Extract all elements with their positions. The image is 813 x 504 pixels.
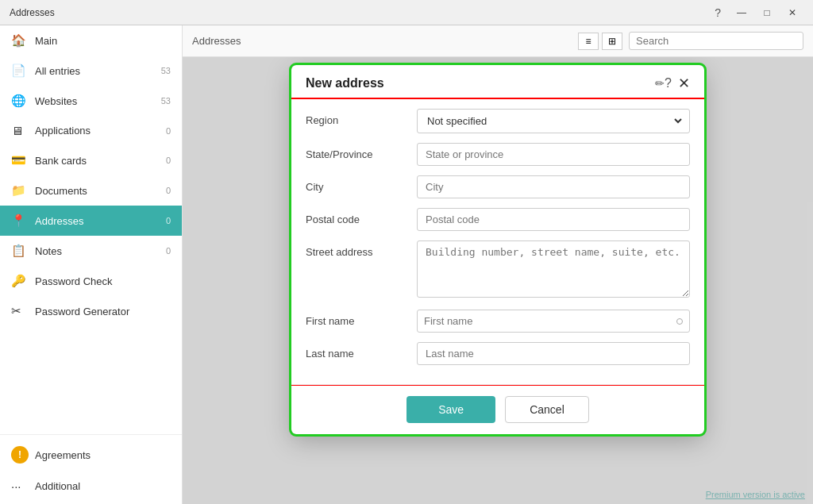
form-row-street: Street address: [306, 240, 690, 300]
grid-view-button[interactable]: ⊞: [602, 33, 622, 50]
field-region: Not specified: [417, 109, 690, 133]
form-row-state: State/Province: [306, 143, 690, 166]
maximize-button[interactable]: □: [756, 5, 778, 21]
sidebar-label-main: Main: [35, 35, 171, 47]
minimize-button[interactable]: —: [730, 5, 753, 21]
form-row-postal: Postal code: [306, 208, 690, 231]
sidebar-count-websites: 53: [155, 96, 171, 106]
postal-input[interactable]: [417, 208, 690, 231]
field-state: [417, 143, 690, 166]
sidebar-label-notes: Notes: [35, 245, 155, 257]
firstname-input[interactable]: [424, 310, 672, 332]
dialog-footer: Save Cancel: [291, 384, 704, 434]
field-postal: [417, 208, 690, 231]
label-postal: Postal code: [306, 208, 417, 225]
sidebar-item-all-entries[interactable]: 📄 All entries 53: [0, 56, 182, 86]
content-area: et rs. New address ✏ ? ✕: [183, 57, 813, 504]
dialog-header-actions: ? ✕: [665, 76, 690, 90]
sidebar-item-documents[interactable]: 📁 Documents 0: [0, 175, 182, 206]
form-row-firstname: First name: [306, 310, 690, 333]
sidebar-label-websites: Websites: [35, 95, 155, 107]
sidebar-item-agreements[interactable]: ! Agreements: [0, 438, 182, 471]
top-bar-title: Addresses: [192, 35, 241, 47]
sidebar-count-bank-cards: 0: [155, 156, 171, 165]
view-icons: ≡ ⊞: [578, 33, 622, 50]
dialog-close-button[interactable]: ✕: [678, 76, 690, 90]
warning-icon: !: [11, 446, 27, 464]
location-icon: 📍: [11, 214, 27, 228]
state-input[interactable]: [417, 143, 690, 166]
cancel-button[interactable]: Cancel: [505, 396, 589, 423]
sidebar-count-all-entries: 53: [155, 66, 171, 75]
sidebar-item-websites[interactable]: 🌐 Websites 53: [0, 86, 182, 116]
label-lastname: Last name: [306, 342, 417, 360]
sidebar: 🏠 Main 📄 All entries 53 🌐 Websites 53 🖥 …: [0, 25, 183, 504]
sidebar-item-bank-cards[interactable]: 💳 Bank cards 0: [0, 145, 182, 175]
new-address-dialog: New address ✏ ? ✕ Region: [291, 65, 704, 434]
app-container: 🏠 Main 📄 All entries 53 🌐 Websites 53 🖥 …: [0, 25, 813, 504]
title-bar-title: Addresses: [10, 7, 715, 18]
sidebar-label-all-entries: All entries: [35, 65, 155, 77]
list-view-button[interactable]: ≡: [578, 33, 599, 50]
sidebar-item-main[interactable]: 🏠 Main: [0, 25, 182, 56]
search-input[interactable]: [636, 35, 796, 47]
region-select-wrapper[interactable]: Not specified: [417, 109, 690, 133]
notes-icon: 📋: [11, 244, 27, 258]
sidebar-count-applications: 0: [155, 126, 171, 136]
sidebar-label-addresses: Addresses: [35, 215, 155, 227]
sidebar-item-applications[interactable]: 🖥 Applications 0: [0, 116, 182, 145]
help-button[interactable]: ?: [715, 6, 721, 19]
sidebar-bottom: ! Agreements ··· Additional: [0, 434, 182, 504]
sidebar-count-addresses: 0: [155, 216, 171, 225]
firstname-dot: [676, 318, 683, 325]
field-lastname: [417, 342, 690, 365]
sidebar-item-notes[interactable]: 📋 Notes 0: [0, 236, 182, 266]
sidebar-label-bank-cards: Bank cards: [35, 155, 155, 167]
form-row-region: Region Not specified: [306, 109, 690, 133]
street-textarea[interactable]: [417, 240, 690, 298]
card-icon: 💳: [11, 153, 27, 167]
sidebar-label-additional: Additional: [35, 480, 171, 492]
main-content: Addresses ≡ ⊞ et rs. New address ✏: [183, 25, 813, 504]
dialog-overlay: New address ✏ ? ✕ Region: [183, 57, 813, 504]
top-bar: Addresses ≡ ⊞: [183, 25, 813, 57]
field-city: [417, 175, 690, 198]
close-button[interactable]: ✕: [781, 5, 803, 21]
sidebar-label-password-generator: Password Generator: [35, 306, 171, 317]
document-icon: 📄: [11, 63, 27, 78]
dialog-body: Region Not specified Sta: [291, 99, 704, 384]
sidebar-item-addresses[interactable]: 📍 Addresses 0: [0, 206, 182, 236]
sidebar-item-additional[interactable]: ··· Additional: [0, 471, 182, 501]
title-bar-controls: ? — □ ✕: [715, 5, 803, 21]
field-firstname: [417, 310, 690, 333]
apps-icon: 🖥: [11, 124, 27, 137]
title-bar: Addresses ? — □ ✕: [0, 0, 813, 25]
label-city: City: [306, 175, 417, 193]
sidebar-label-password-check: Password Check: [35, 275, 171, 287]
label-firstname: First name: [306, 310, 417, 327]
home-icon: 🏠: [11, 33, 27, 48]
field-street: [417, 240, 690, 300]
search-box[interactable]: [629, 32, 803, 50]
label-state: State/Province: [306, 143, 417, 160]
dialog-title: New address: [306, 76, 649, 90]
sidebar-item-password-generator[interactable]: ✂ Password Generator: [0, 296, 182, 326]
edit-icon[interactable]: ✏: [655, 77, 665, 90]
sidebar-label-documents: Documents: [35, 185, 155, 197]
lastname-input[interactable]: [417, 342, 690, 365]
label-street: Street address: [306, 240, 417, 258]
folder-icon: 📁: [11, 183, 27, 198]
globe-icon: 🌐: [11, 94, 27, 108]
dialog-help-button[interactable]: ?: [665, 76, 672, 90]
sidebar-count-notes: 0: [155, 246, 171, 256]
region-select[interactable]: Not specified: [422, 111, 684, 131]
city-input[interactable]: [417, 175, 690, 198]
scissors-icon: ✂: [11, 304, 27, 318]
form-row-lastname: Last name: [306, 342, 690, 365]
firstname-input-wrapper[interactable]: [417, 310, 690, 333]
save-button[interactable]: Save: [406, 396, 495, 423]
sidebar-item-password-check[interactable]: 🔑 Password Check: [0, 266, 182, 296]
dots-icon: ···: [11, 479, 27, 493]
dialog-header: New address ✏ ? ✕: [291, 65, 704, 99]
form-row-city: City: [306, 175, 690, 198]
